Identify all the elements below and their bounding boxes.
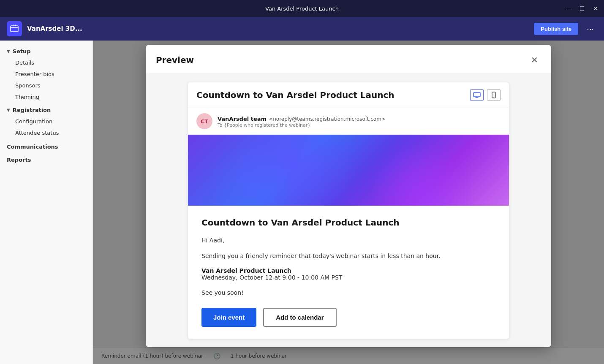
body-area: ▼ Setup Details Presenter bios Sponsors … [0,41,604,364]
sidebar-item-reports[interactable]: Reports [0,153,93,166]
sidebar-item-details[interactable]: Details [0,57,93,68]
preview-modal: Preview ✕ Countdown to Van Arsdel Produc… [146,45,551,347]
sidebar-item-communications[interactable]: Communications [0,140,93,153]
setup-section: ▼ Setup Details Presenter bios Sponsors … [0,46,93,103]
email-preview-card: Countdown to Van Arsdel Product Launch [188,82,509,339]
sidebar-item-registration[interactable]: ▼ Registration [0,104,93,116]
sidebar-item-attendee-status[interactable]: Attendee status [0,127,93,139]
setup-label: Setup [13,48,31,54]
sender-info: VanArsdel team <noreply@teams.registrati… [218,114,501,128]
registration-section: ▼ Registration Configuration Attendee st… [0,104,93,139]
sender-name-line: VanArsdel team <noreply@teams.registrati… [218,114,501,122]
modal-title: Preview [156,55,194,65]
maximize-button[interactable]: ☐ [579,5,585,12]
email-buttons: Join event Add to calendar [201,308,495,327]
email-top-bar: Countdown to Van Arsdel Product Launch [188,82,509,108]
email-body-text: Sending you a friendly reminder that tod… [201,252,495,261]
email-event-date: Wednesday, October 12 at 9:00 - 10:00 AM… [201,274,495,281]
email-greeting: Hi Aadi, [201,236,495,245]
email-sender: CT VanArsdel team <noreply@teams.registr… [188,108,509,135]
setup-arrow: ▼ [7,49,10,54]
title-bar: Van Arsdel Product Launch — ☐ ✕ [0,0,604,17]
modal-close-button[interactable]: ✕ [528,53,541,67]
svg-rect-2 [473,92,480,97]
sender-to: To {People who registered the webinar} [218,122,501,128]
email-event-name: Van Arsdel Product Launch [201,267,495,274]
sidebar-item-configuration[interactable]: Configuration [0,116,93,127]
app-name: VanArsdel 3D... [27,25,82,33]
sidebar-item-setup[interactable]: ▼ Setup [0,46,93,57]
window-controls: — ☐ ✕ [565,5,599,12]
sender-avatar: CT [196,113,212,129]
minimize-button[interactable]: — [565,5,572,12]
svg-point-6 [493,97,494,98]
email-hero-image [188,135,509,206]
sidebar-item-sponsors[interactable]: Sponsors [0,80,93,91]
mobile-view-icon[interactable] [487,89,501,101]
app-logo-icon [7,21,22,36]
publish-site-button[interactable]: Publish site [534,23,578,35]
desktop-view-icon[interactable] [470,89,484,101]
window-close-button[interactable]: ✕ [592,5,599,12]
sidebar-item-theming[interactable]: Theming [0,91,93,103]
svg-rect-0 [11,26,18,32]
app-container: VanArsdel 3D... Publish site ··· ▼ Setup… [0,17,604,364]
window-title: Van Arsdel Product Launch [265,5,339,12]
modal-overlay: Preview ✕ Countdown to Van Arsdel Produc… [93,41,604,364]
email-preview-area: Countdown to Van Arsdel Product Launch [146,74,551,347]
app-header: VanArsdel 3D... Publish site ··· [0,17,604,41]
add-to-calendar-button[interactable]: Add to calendar [263,308,336,327]
content-area: Reminder email (1 hour) before webinar 🕐… [93,41,604,364]
sidebar: ▼ Setup Details Presenter bios Sponsors … [0,41,93,364]
modal-header: Preview ✕ [146,45,551,74]
email-sign-off: See you soon! [201,289,495,296]
join-event-button[interactable]: Join event [201,308,256,327]
email-body-title: Countdown to Van Arsdel Product Launch [201,217,495,228]
more-options-button[interactable]: ··· [583,22,597,35]
sender-name: VanArsdel team [218,116,267,122]
sender-email: <noreply@teams.registration.microsoft.co… [269,116,386,122]
registration-arrow: ▼ [7,108,10,112]
email-subject: Countdown to Van Arsdel Product Launch [196,90,465,100]
view-icons [470,89,501,101]
email-body: Countdown to Van Arsdel Product Launch H… [188,206,509,339]
sidebar-item-presenter-bios[interactable]: Presenter bios [0,68,93,80]
registration-label: Registration [13,107,51,113]
